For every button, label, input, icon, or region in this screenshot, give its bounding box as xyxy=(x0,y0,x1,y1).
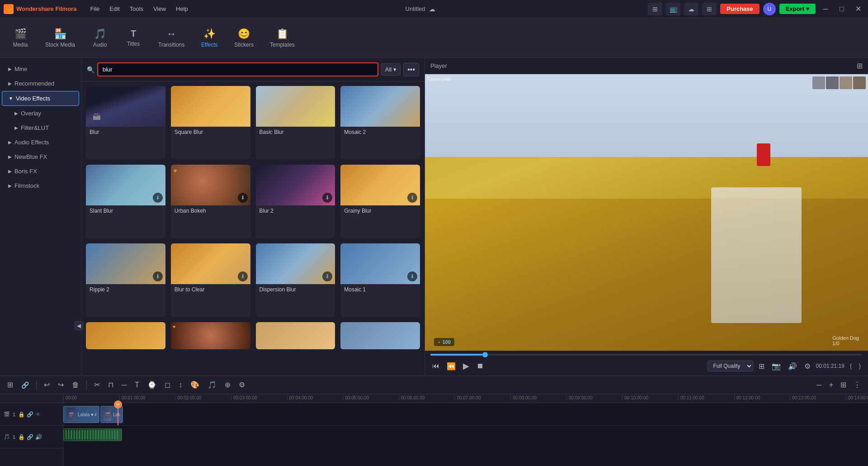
volume-button[interactable]: 🔊 xyxy=(786,360,799,372)
delete-btn[interactable]: 🗑 xyxy=(69,379,82,391)
effect-card-blur2[interactable]: ⬇ Blur 2 xyxy=(256,165,335,238)
mask-btn[interactable]: ⊕ xyxy=(222,379,233,391)
snapshot-button[interactable]: 📷 xyxy=(770,360,783,372)
timeline-link-btn[interactable]: 🔗 xyxy=(19,380,32,390)
progress-thumb[interactable] xyxy=(482,352,488,357)
frame-back-button[interactable]: ⏪ xyxy=(445,360,458,372)
effect-card-square-blur[interactable]: Square Blur xyxy=(171,86,250,159)
toolbar-templates[interactable]: 📋 Templates xyxy=(263,25,302,51)
player-expand-icon[interactable]: ⊞ xyxy=(857,62,863,70)
skip-back-button[interactable]: ⏮ xyxy=(430,360,441,372)
track-lock-icon-v1[interactable]: 🔒 xyxy=(18,411,25,418)
menu-view[interactable]: View xyxy=(149,4,170,14)
sidebar-item-mine[interactable]: ▶ Mine xyxy=(2,62,79,76)
track-lock-icon-a1[interactable]: 🔒 xyxy=(18,434,25,440)
sidebar-item-boris-fx[interactable]: ▶ Boris FX xyxy=(2,164,79,178)
cloud-sync-btn[interactable]: ☁ xyxy=(684,3,698,15)
sidebar-item-filter-lut[interactable]: ▶ Filter&LUT xyxy=(2,121,79,135)
maximize-button[interactable]: □ xyxy=(835,3,848,15)
timeline-add-media-btn[interactable]: ⊞ xyxy=(5,379,16,391)
track-link-icon-v1[interactable]: 🔗 xyxy=(27,411,33,418)
fullscreen-button[interactable]: ⊞ xyxy=(757,360,766,372)
audio-clip-1[interactable] xyxy=(63,428,122,441)
toolbar-stock-media[interactable]: 🏪 Stock Media xyxy=(38,25,82,51)
window-layout-btn[interactable]: ⊞ xyxy=(648,3,662,15)
effect-card-blur[interactable]: 🏔 Blur xyxy=(86,86,165,159)
effect-card-mosaic1[interactable]: ⬇ Mosaic 1 xyxy=(340,243,420,317)
text-btn[interactable]: T xyxy=(132,379,142,391)
quality-select[interactable]: Full Quality Half Quality xyxy=(708,361,753,371)
stabilize-btn[interactable]: ⚙ xyxy=(236,379,248,391)
effect-label-blur: Blur xyxy=(86,127,165,138)
player-header: Player ⊞ xyxy=(425,58,868,74)
timeline-more-btn[interactable]: ⋮ xyxy=(851,379,863,391)
menu-help[interactable]: Help xyxy=(171,4,193,14)
clip-lalala1[interactable]: 🎬 Lalala ♥ Arsenal... xyxy=(63,406,99,423)
toolbar-effects[interactable]: ✨ Effects xyxy=(193,25,225,51)
effect-label-urban-bokeh: Urban Bokeh xyxy=(171,205,250,216)
user-avatar[interactable]: U xyxy=(763,3,776,15)
redo-btn[interactable]: ↪ xyxy=(55,379,66,391)
split-btn[interactable]: ─ xyxy=(119,379,129,391)
minimize-button[interactable]: ─ xyxy=(819,3,832,15)
clip-lalala2[interactable]: 🎬 Lalala... xyxy=(100,406,123,423)
timeline-zoom-plus[interactable]: + xyxy=(826,379,836,391)
speed-btn[interactable]: ⌚ xyxy=(145,379,159,391)
menu-file[interactable]: File xyxy=(85,4,104,14)
track-eye-icon-v1[interactable]: 👁 xyxy=(35,411,41,418)
color-btn[interactable]: 🎨 xyxy=(188,379,202,391)
sidebar-item-video-effects[interactable]: ▼ Video Effects xyxy=(2,91,79,106)
effect-card-ripple2[interactable]: ⬇ Ripple 2 xyxy=(86,243,165,317)
effect-card-slant-blur[interactable]: ⬇ Slant Blur xyxy=(86,165,165,238)
stop-button[interactable]: ⏹ xyxy=(475,360,486,372)
audio-btn[interactable]: 🎵 xyxy=(205,379,219,391)
menu-edit[interactable]: Edit xyxy=(105,4,124,14)
toolbar-media[interactable]: 🎬 Media xyxy=(5,25,36,51)
screen-record-btn[interactable]: 📺 xyxy=(666,3,680,15)
sidebar-item-overlay[interactable]: ▶ Overlay xyxy=(2,106,79,120)
effect-card-partial2[interactable]: ♥ xyxy=(171,322,250,349)
effect-card-partial1[interactable] xyxy=(86,322,165,349)
effect-card-blur-to-clear[interactable]: ⬇ Blur to Clear xyxy=(171,243,250,317)
sidebar-collapse-btn[interactable]: ◀ xyxy=(75,321,81,330)
effect-card-basic-blur[interactable]: Basic Blur xyxy=(256,86,335,159)
track-link-icon-a1[interactable]: 🔗 xyxy=(27,434,33,440)
sidebar-item-newblue-fx[interactable]: ▶ NewBlue FX xyxy=(2,150,79,164)
sidebar-item-audio-effects[interactable]: ▶ Audio Effects xyxy=(2,135,79,149)
search-more-button[interactable]: ••• xyxy=(403,63,419,76)
effect-card-grainy-blur[interactable]: ⬇ Grainy Blur xyxy=(340,165,420,238)
timeline-zoom-minus[interactable]: ─ xyxy=(814,379,824,391)
sidebar-item-filmstock[interactable]: ▶ Filmstock xyxy=(2,179,79,193)
play-button[interactable]: ▶ xyxy=(461,359,471,373)
menu-tools[interactable]: Tools xyxy=(125,4,148,14)
toolbar-transitions[interactable]: ↔ Transitions xyxy=(151,25,192,51)
effect-card-partial4[interactable] xyxy=(340,322,420,349)
undo-btn[interactable]: ↩ xyxy=(41,379,52,391)
search-filter-dropdown[interactable]: All ▾ xyxy=(381,63,401,76)
sidebar-item-recommended[interactable]: ▶ Recommended xyxy=(2,76,79,90)
effect-card-partial3[interactable] xyxy=(256,322,335,349)
track-volume-icon-a1[interactable]: 🔊 xyxy=(35,434,42,440)
timeline-grid-btn[interactable]: ⊞ xyxy=(838,379,849,391)
progress-bar[interactable] xyxy=(430,354,863,356)
close-button[interactable]: ✕ xyxy=(852,3,864,15)
mark-in-button[interactable]: { xyxy=(848,361,854,371)
cut-btn[interactable]: ✂ xyxy=(91,379,103,391)
settings-button[interactable]: ⚙ xyxy=(802,360,812,372)
export-dropdown-icon[interactable]: ▾ xyxy=(806,5,809,12)
purchase-button[interactable]: Purchase xyxy=(720,4,760,14)
crop-btn[interactable]: ⊓ xyxy=(105,379,116,391)
toolbar-audio[interactable]: 🎵 Audio xyxy=(84,25,116,51)
toolbar-stickers[interactable]: 😊 Stickers xyxy=(227,25,261,51)
extensions-btn[interactable]: ⊞ xyxy=(702,3,717,15)
mark-out-button[interactable]: } xyxy=(857,361,863,371)
transition-btn[interactable]: ◻ xyxy=(162,379,173,391)
playhead[interactable]: ✂ xyxy=(118,403,118,425)
zoom-btn[interactable]: ↕ xyxy=(176,379,185,391)
effect-card-dispersion-blur[interactable]: ⬇ Dispersion Blur xyxy=(256,243,335,317)
toolbar-titles[interactable]: T Titles xyxy=(118,26,149,50)
export-button[interactable]: Export ▾ xyxy=(779,4,816,14)
effect-card-urban-bokeh[interactable]: ♥ ⬇ Urban Bokeh xyxy=(171,165,250,238)
effect-card-mosaic2[interactable]: Mosaic 2 xyxy=(340,86,420,159)
search-input[interactable] xyxy=(97,62,378,76)
